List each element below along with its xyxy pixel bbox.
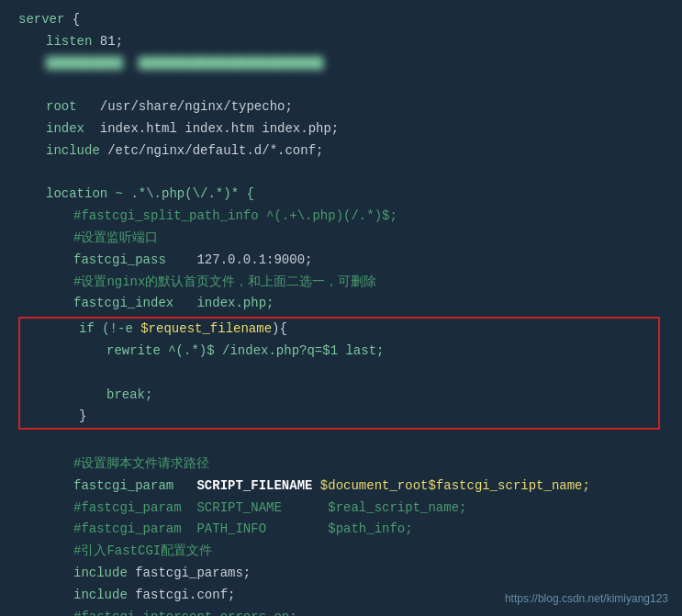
code-line-11: #设置监听端口 [18, 228, 664, 250]
code-line-17 [24, 363, 654, 385]
code-line-16: rewrite ^(.*)$ /index.php?q=$1 last; [24, 341, 654, 363]
code-editor: server { listen 81; ██████████ █████████… [0, 0, 682, 616]
code-line-15: if (!-e $request_filename){ [24, 319, 654, 341]
code-line-19: } [24, 406, 654, 428]
code-line-23: #fastcgi_param SCRIPT_NAME $real_script_… [18, 498, 664, 520]
code-line-5: root /usr/share/nginx/typecho; [18, 96, 664, 118]
code-line-18: break; [24, 385, 654, 407]
code-line-3: ██████████ ████████████████████████ [18, 53, 664, 75]
code-line-25: #引入FastCGI配置文件 [18, 541, 664, 563]
code-line-8 [18, 162, 664, 185]
watermark: https://blog.csdn.net/kimiyang123 [505, 592, 668, 605]
code-line-26: include fastcgi_params; [18, 563, 664, 585]
code-line-6: index index.html index.htm index.php; [18, 118, 664, 140]
code-line-14: fastcgi_index index.php; [18, 293, 664, 315]
code-line-20 [18, 431, 664, 454]
code-line-2: listen 81; [18, 31, 664, 53]
code-line-22: fastcgi_param SCRIPT_FILENAME $document_… [18, 476, 664, 498]
code-line-10: #fastcgi_split_path_info ^(.+\.php)(/.*)… [18, 206, 664, 228]
code-line-7: include /etc/nginx/default.d/*.conf; [18, 140, 664, 162]
code-line-1: server { [18, 9, 664, 31]
code-line-24: #fastcgi_param PATH_INFO $path_info; [18, 519, 664, 541]
code-line-13: #设置nginx的默认首页文件，和上面二选一，可删除 [18, 272, 664, 294]
highlight-box: if (!-e $request_filename){ rewrite ^(.*… [18, 317, 660, 430]
code-line-12: fastcgi_pass 127.0.0.1:9000; [18, 250, 664, 272]
blurred-text-1: ██████████ ████████████████████████ [46, 56, 323, 71]
code-line-9: location ~ .*\.php(\/.*)* { [18, 184, 664, 206]
code-line-28: #fastcgi_intercept_errors on; [18, 607, 664, 616]
code-line-4 [18, 74, 664, 96]
code-line-21: #设置脚本文件请求路径 [18, 454, 664, 476]
